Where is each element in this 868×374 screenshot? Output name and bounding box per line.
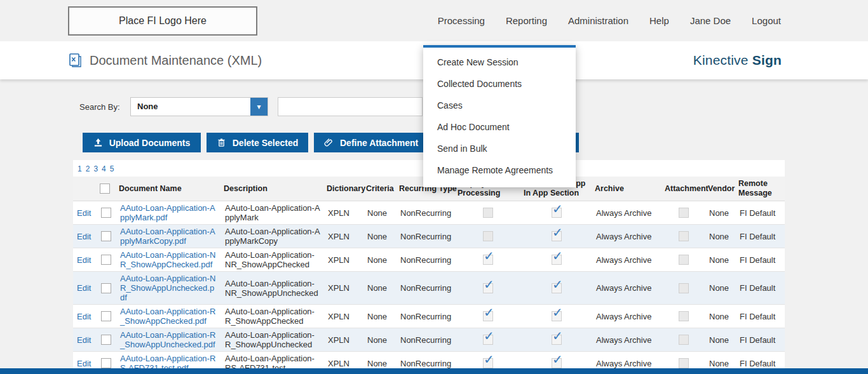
check-icon: ✓ <box>552 203 563 215</box>
check-icon: ✓ <box>484 278 494 291</box>
menu-item-send-in-bulk[interactable]: Send in Bulk <box>423 138 576 159</box>
chevron-down-icon[interactable]: ▾ <box>250 98 268 116</box>
nav-logout[interactable]: Logout <box>752 15 781 26</box>
top-navigation-bar: Place FI Logo Here Processing Reporting … <box>0 0 868 41</box>
description-cell: AAuto-Loan-Application-R_ShowAppUnchecke… <box>221 328 324 352</box>
menu-item-ad-hoc-document[interactable]: Ad Hoc Document <box>423 116 576 138</box>
page-title: Document Maintenance (XML) <box>90 53 262 68</box>
upload-documents-label: Upload Documents <box>109 138 191 148</box>
check-icon: ✓ <box>484 250 494 262</box>
attachment-checkbox[interactable] <box>679 208 689 218</box>
edit-link[interactable]: Edit <box>77 312 91 321</box>
menu-item-cases[interactable]: Cases <box>423 95 576 116</box>
delete-selected-label: Delete Selected <box>233 138 299 148</box>
menu-item-create-new-session[interactable]: Create New Session <box>423 51 576 73</box>
criteria-cell: None <box>363 248 397 272</box>
menu-item-collected-documents[interactable]: Collected Documents <box>423 73 576 95</box>
document-name-link[interactable]: AAuto-Loan-Application-R_ShowAppUnchecke… <box>120 330 215 349</box>
criteria-cell: None <box>363 305 397 328</box>
show-other-app-checkbox[interactable]: ✓ <box>552 208 562 218</box>
edit-link[interactable]: Edit <box>77 283 91 293</box>
display-while-processing-checkbox[interactable] <box>483 208 493 218</box>
search-by-select[interactable]: None ▾ <box>130 97 268 116</box>
check-icon: ✓ <box>552 278 563 291</box>
menu-item-manage-remote-agreements[interactable]: Manage Remote Agreements <box>423 159 576 181</box>
attachment-checkbox[interactable] <box>679 231 689 241</box>
edit-link[interactable]: Edit <box>77 255 91 265</box>
archive-cell: Always Archive <box>592 328 662 352</box>
nav-user[interactable]: Jane Doe <box>690 15 731 26</box>
bottom-bar <box>0 368 868 374</box>
display-while-processing-checkbox[interactable]: ✓ <box>483 335 493 345</box>
attachment-checkbox[interactable] <box>679 283 689 293</box>
nav-administration[interactable]: Administration <box>568 15 628 26</box>
edit-link[interactable]: Edit <box>77 208 91 218</box>
row-select-checkbox[interactable] <box>101 255 111 265</box>
row-select-checkbox[interactable] <box>101 208 111 218</box>
show-other-app-checkbox[interactable]: ✓ <box>552 231 562 241</box>
trash-icon <box>217 138 226 147</box>
display-while-processing-checkbox[interactable]: ✓ <box>483 255 493 265</box>
nav-reporting[interactable]: Reporting <box>506 15 547 26</box>
archive-cell: Always Archive <box>592 305 662 328</box>
table-row: EditAAuto-Loan-Application-ApplyMark.pdf… <box>73 201 785 225</box>
criteria-cell: None <box>363 225 397 248</box>
display-while-processing-checkbox[interactable]: ✓ <box>483 358 493 368</box>
description-cell: AAuto-Loan-Application-NR_ShowAppUncheck… <box>221 272 324 305</box>
search-input[interactable] <box>278 97 423 116</box>
col-archive: Archive <box>592 177 662 201</box>
row-select-checkbox[interactable] <box>101 231 111 241</box>
show-other-app-checkbox[interactable]: ✓ <box>552 283 562 293</box>
document-name-link[interactable]: AAuto-Loan-Application-ApplyMarkCopy.pdf <box>120 227 215 246</box>
attachment-checkbox[interactable] <box>679 255 689 265</box>
nav-help[interactable]: Help <box>649 15 669 26</box>
table-row: EditAAuto-Loan-Application-ApplyMarkCopy… <box>73 225 785 248</box>
nav-processing[interactable]: Processing <box>438 15 485 26</box>
description-cell: AAuto-Loan-Application-NR_ShowAppChecked <box>221 248 324 272</box>
row-select-checkbox[interactable] <box>101 311 111 321</box>
remote-message-cell: FI Default <box>736 328 785 352</box>
brand-name-bold: Sign <box>752 53 782 68</box>
select-all-checkbox[interactable] <box>100 184 110 194</box>
search-by-selected-value: None <box>137 98 158 116</box>
row-select-checkbox[interactable] <box>101 358 111 368</box>
attachment-checkbox[interactable] <box>679 311 689 321</box>
display-while-processing-checkbox[interactable]: ✓ <box>483 283 493 293</box>
page-link-4[interactable]: 4 <box>102 164 106 177</box>
col-edit <box>73 177 97 201</box>
attachment-checkbox[interactable] <box>679 358 689 368</box>
page-link-3[interactable]: 3 <box>93 164 98 177</box>
edit-link[interactable]: Edit <box>77 359 91 368</box>
document-name-link[interactable]: AAuto-Loan-Application-ApplyMark.pdf <box>120 203 215 222</box>
recurring-type-cell: NonRecurring <box>397 328 455 352</box>
documents-panel: 12345 Document Name Description Dictiona… <box>73 160 785 374</box>
upload-documents-button[interactable]: Upload Documents <box>83 133 201 152</box>
archive-cell: Always Archive <box>592 248 662 272</box>
show-other-app-checkbox[interactable]: ✓ <box>552 358 562 368</box>
document-name-link[interactable]: AAuto-Loan-Application-NR_ShowAppChecked… <box>120 250 215 269</box>
row-select-checkbox[interactable] <box>101 335 111 345</box>
page-link-5[interactable]: 5 <box>110 164 114 177</box>
attachment-checkbox[interactable] <box>679 335 689 345</box>
check-icon: ✓ <box>552 353 563 366</box>
vendor-cell: None <box>705 248 736 272</box>
edit-link[interactable]: Edit <box>77 232 91 241</box>
delete-selected-button[interactable]: Delete Selected <box>207 133 308 152</box>
page-link-1[interactable]: 1 <box>78 164 82 177</box>
document-name-link[interactable]: AAuto-Loan-Application-R_ShowAppChecked.… <box>120 307 215 326</box>
page-link-2[interactable]: 2 <box>86 164 90 177</box>
show-other-app-checkbox[interactable]: ✓ <box>552 255 562 265</box>
display-while-processing-checkbox[interactable]: ✓ <box>483 311 493 321</box>
remote-message-cell: FI Default <box>736 225 785 248</box>
show-other-app-checkbox[interactable]: ✓ <box>552 311 562 321</box>
edit-link[interactable]: Edit <box>77 335 91 345</box>
display-while-processing-checkbox[interactable] <box>483 231 493 241</box>
document-name-link[interactable]: AAuto-Loan-Application-NR_ShowAppUncheck… <box>120 274 215 302</box>
vendor-cell: None <box>705 328 736 352</box>
col-vendor: Vendor <box>705 177 736 201</box>
row-select-checkbox[interactable] <box>101 283 111 293</box>
archive-cell: Always Archive <box>592 272 662 305</box>
show-other-app-checkbox[interactable]: ✓ <box>552 335 562 345</box>
vendor-cell: None <box>705 225 736 248</box>
recurring-type-cell: NonRecurring <box>397 272 455 305</box>
